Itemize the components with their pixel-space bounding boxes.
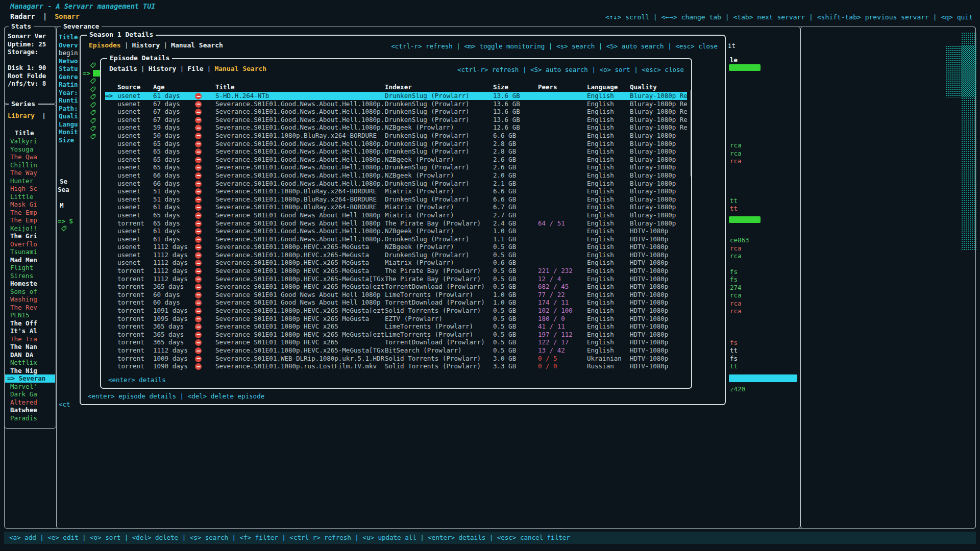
release-row[interactable]: usenet59 daysSeverance.S01E01.Good.News.… xyxy=(105,123,687,132)
scrollbar-thumb[interactable] xyxy=(691,90,692,177)
tab-episodes[interactable]: Episodes xyxy=(89,41,121,49)
selected-season-row-fragment[interactable]: => S xyxy=(58,217,73,225)
monitored-tag-icon[interactable] xyxy=(82,109,102,117)
release-row[interactable]: usenet61 daysSeverance.S01E01.Good.News.… xyxy=(105,227,687,235)
tab-separator: | xyxy=(207,65,211,72)
release-row[interactable]: usenet1112 daysSeverance.S01E01.1080p.HE… xyxy=(105,251,687,259)
release-row[interactable]: usenet65 daysSeverance.S01E01.Good.News.… xyxy=(105,147,687,156)
episode-row[interactable]: => xyxy=(82,69,102,78)
release-row[interactable]: usenet1112 daysSeverance.S01E01.1080p.HE… xyxy=(105,243,687,251)
release-row[interactable]: usenet66 daysSeverance.S01E01.Good.News.… xyxy=(105,171,687,180)
series-item[interactable]: Dark Ga xyxy=(5,390,55,398)
monitored-tag-icon[interactable] xyxy=(82,101,102,109)
series-item[interactable]: Sons of xyxy=(5,288,55,296)
release-row[interactable]: usenet67 daysSeverance.S01E01.Good.News.… xyxy=(105,100,687,108)
series-item[interactable]: The Nan xyxy=(5,343,55,351)
series-item[interactable]: PEN15 xyxy=(5,311,55,319)
tab-history[interactable]: History xyxy=(132,41,160,49)
series-item[interactable]: It's Al xyxy=(5,327,55,335)
series-item[interactable]: The Emp xyxy=(5,216,55,224)
series-item[interactable]: Marvel' xyxy=(5,383,55,391)
release-row[interactable]: usenet67 daysSeverance.S01E01.Good.News.… xyxy=(105,116,687,124)
peers-cell xyxy=(538,227,587,235)
series-item[interactable]: Sirens xyxy=(5,272,55,280)
title-cell: S-HD.H.264-NTb xyxy=(215,92,385,100)
tab-history[interactable]: History xyxy=(149,65,177,72)
tab-manual-search[interactable]: Manual Search xyxy=(171,41,223,49)
monitored-tag-icon[interactable] xyxy=(82,93,102,101)
release-row[interactable]: torrent1112 daysSeverance S01E01 1080p H… xyxy=(105,267,687,275)
series-item[interactable]: DAN DA xyxy=(5,351,55,359)
release-row[interactable]: torrent60 daysSeverance S01E01 Good News… xyxy=(105,298,687,307)
series-item[interactable]: Keijo!! xyxy=(5,224,55,233)
release-row[interactable]: torrent365 daysSeverance S01E01 1080p HE… xyxy=(105,331,687,339)
series-item[interactable]: Overflo xyxy=(5,240,55,248)
tab-radarr[interactable]: Radarr xyxy=(10,12,35,20)
release-row[interactable]: torrent65 daysSeverance S01E01 Good News… xyxy=(105,219,687,228)
release-row[interactable]: usenet51 daysSeverance.S01E01.1080p.BluR… xyxy=(105,187,687,195)
release-row[interactable]: usenet67 daysSeverance.S01E01.Good.News.… xyxy=(105,108,687,116)
monitored-tag-icon[interactable] xyxy=(82,117,102,125)
tab-file[interactable]: File xyxy=(187,65,203,72)
series-item[interactable]: Tsunami xyxy=(5,248,55,256)
monitored-tag-icon[interactable] xyxy=(82,85,102,93)
series-item[interactable]: => Severan xyxy=(5,374,55,383)
series-item[interactable]: Mad Men xyxy=(5,256,55,264)
series-item[interactable]: The Nig xyxy=(5,367,55,375)
series-item[interactable]: The Rev xyxy=(5,304,55,312)
series-item[interactable]: Valkyri xyxy=(5,137,55,145)
monitored-tag-icon[interactable] xyxy=(82,133,102,141)
series-item[interactable]: The Off xyxy=(5,319,55,328)
release-row[interactable]: usenet65 daysSeverance.S01E01.Good.News.… xyxy=(105,156,687,164)
release-row[interactable]: torrent1112 daysSeverance.S01E01.1080p.H… xyxy=(105,346,687,355)
quality-cell: Bluray-1080p xyxy=(630,140,687,148)
release-row[interactable]: torrent1095 daysSeverance S01E01 1080p H… xyxy=(105,315,687,323)
series-item[interactable]: Little xyxy=(5,193,55,201)
series-item[interactable]: Washing xyxy=(5,295,55,304)
release-row[interactable]: usenet1112 daysSeverance.S01E01.1080p.HE… xyxy=(105,259,687,267)
series-item[interactable]: The Emp xyxy=(5,209,55,217)
series-item[interactable]: Hunter xyxy=(5,177,55,185)
release-row[interactable]: usenet65 daysSeverance.S01E01.Good.News.… xyxy=(105,163,687,171)
release-row[interactable]: usenet61 daysSeverance.S01E01.Good.News.… xyxy=(105,235,687,243)
indexer-cell: LimeTorrents (Prowlarr) xyxy=(385,331,493,339)
release-row[interactable]: =>usenet61 daysS-HD.H.264-NTbDrunkenSlug… xyxy=(105,92,687,100)
series-item[interactable]: Netflix xyxy=(5,359,55,367)
monitored-tag-icon[interactable] xyxy=(82,77,102,85)
monitored-tag-icon[interactable] xyxy=(82,61,102,69)
series-item[interactable]: Batwhee xyxy=(5,406,55,414)
tab-library[interactable]: Library xyxy=(8,112,35,119)
release-row[interactable]: torrent1112 daysSeverance.S01E01.1080p.H… xyxy=(105,275,687,283)
peers-cell xyxy=(538,163,587,171)
release-row[interactable]: usenet51 daysSeverance.S01E01.1080p.BluR… xyxy=(105,195,687,204)
release-row[interactable]: usenet61 daysSeverance.S01E01.1080p.BluR… xyxy=(105,203,687,211)
series-item[interactable]: Homeste xyxy=(5,280,55,288)
series-item[interactable]: The Gri xyxy=(5,232,55,240)
series-item[interactable]: Mask Gi xyxy=(5,201,55,209)
series-item[interactable]: Yosuga xyxy=(5,145,55,154)
series-item[interactable]: The Tra xyxy=(5,335,55,343)
release-row[interactable]: usenet50 daysSeverance.S01E01.1080p.BluR… xyxy=(105,132,687,140)
tab-manual-search[interactable]: Manual Search xyxy=(214,65,266,72)
series-item[interactable]: The Way xyxy=(5,169,55,177)
release-row[interactable]: torrent60 daysSeverance S01E01 Good News… xyxy=(105,291,687,299)
release-row[interactable]: usenet65 daysSeverance S01E01 Good News … xyxy=(105,211,687,219)
release-row[interactable]: torrent1090 daysSeverance.S01E01.1080p.r… xyxy=(105,362,687,370)
tab-details[interactable]: Details xyxy=(109,65,137,72)
indexer-cell: DrunkenSlug (Prowlarr) xyxy=(385,251,493,259)
monitored-tag-icon[interactable] xyxy=(82,124,102,133)
tab-sonarr[interactable]: Sonarr xyxy=(55,12,80,20)
series-item[interactable]: High Sc xyxy=(5,185,55,193)
series-item[interactable]: Altered xyxy=(5,398,55,407)
release-row[interactable]: usenet66 daysSeverance.S01E01.Good.News.… xyxy=(105,180,687,188)
series-item[interactable]: Paradis xyxy=(5,414,55,422)
release-row[interactable]: torrent1009 daysSeverance.S01E01.WEB-DLR… xyxy=(105,355,687,363)
series-item[interactable]: Chillin xyxy=(5,161,55,169)
release-row[interactable]: torrent365 daysSeverance S01E01 1080p HE… xyxy=(105,322,687,331)
release-row[interactable]: torrent365 daysSeverance S01E01 1080p HE… xyxy=(105,338,687,346)
release-row[interactable]: torrent365 daysSeverance S01E01 1080p HE… xyxy=(105,283,687,291)
series-item[interactable]: Flight xyxy=(5,264,55,272)
series-item[interactable]: The Qwa xyxy=(5,153,55,161)
release-row[interactable]: usenet65 daysSeverance.S01E01.Good.News.… xyxy=(105,140,687,148)
release-row[interactable]: torrent1091 daysSeverance.S01E01.1080p.H… xyxy=(105,307,687,315)
